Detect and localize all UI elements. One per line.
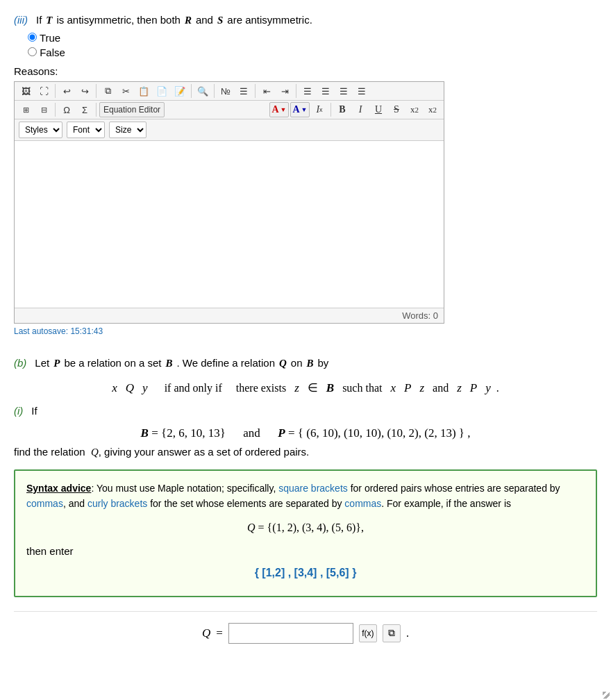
font-color-btn[interactable]: A▼	[269, 102, 289, 117]
fullscreen-btn[interactable]: ⛶	[35, 83, 52, 99]
toolbar-row-2: ⊞ ⊟ Ω Σ Equation Editor A▼ A▼ Ix B I U S…	[15, 101, 444, 119]
comma-sets: ,	[467, 426, 470, 440]
toolbar-row-1: 🖼 ⛶ ↩ ↪ ⧉ ✂ 📋 📄 📝 🔍 № ☰ ⇤ ⇥ ☰ ☰ ☰ ☰	[15, 82, 444, 101]
Q-find: Q	[91, 447, 99, 458]
decrease-indent-btn[interactable]: ⇤	[258, 83, 275, 99]
font-dropdown[interactable]: Font	[67, 122, 105, 138]
T-var: T	[46, 15, 52, 26]
Q-answer-label: Q	[202, 626, 210, 640]
sep6	[296, 84, 296, 98]
part-iii-container: (iii) If T is antisymmetric, then both R…	[14, 14, 597, 336]
styles-dropdown[interactable]: Styles	[19, 122, 62, 138]
justify-btn[interactable]: ☰	[353, 83, 370, 99]
period: .	[406, 627, 409, 640]
true-option[interactable]: True	[28, 32, 597, 44]
answer-row: Q = f(x) ⧉ .	[14, 611, 597, 644]
image-btn[interactable]: 🖼	[17, 83, 34, 99]
align-left-btn[interactable]: ☰	[299, 83, 316, 99]
set-definition-display: B = {2, 6, 10, 13} and P = { (6, 10), (1…	[14, 426, 597, 440]
autosave-text: Last autosave: 15:31:43	[14, 326, 597, 336]
sep1	[55, 84, 56, 98]
and-relation: and	[433, 382, 449, 394]
Q-var-b: Q	[279, 358, 287, 369]
P2-math: P	[470, 381, 477, 394]
equals-example: = {(1, 2), (3, 4), (5, 6)},	[258, 522, 364, 533]
italic-toolbar-btn[interactable]: Ix	[311, 102, 328, 117]
editor-container: 🖼 ⛶ ↩ ↪ ⧉ ✂ 📋 📄 📝 🔍 № ☰ ⇤ ⇥ ☰ ☰ ☰ ☰	[14, 81, 444, 324]
resize-handle[interactable]	[603, 692, 610, 699]
cut-btn[interactable]: ✂	[117, 83, 134, 99]
italic-btn2[interactable]: I	[352, 102, 369, 117]
highlight-btn[interactable]: A▼	[290, 102, 310, 117]
subscript-btn[interactable]: x2	[406, 102, 423, 117]
sep2	[96, 84, 97, 98]
part-b-statement: (b) Let P be a relation on a set B . We …	[14, 357, 597, 369]
formula-editor-btn[interactable]: f(x)	[359, 624, 377, 642]
true-false-group: True False	[28, 32, 597, 58]
find-relation-text: find the relation Q, giving your answer …	[14, 446, 597, 458]
ordered-list-btn[interactable]: №	[217, 83, 234, 99]
true-radio[interactable]	[28, 33, 37, 42]
Q-math: Q	[126, 381, 134, 394]
increase-indent-btn[interactable]: ⇥	[276, 83, 293, 99]
by-text: by	[318, 357, 329, 369]
grid-btn[interactable]: ⊟	[35, 102, 52, 117]
editor-content-area[interactable]	[15, 141, 444, 308]
copy-btn[interactable]: ⧉	[99, 83, 116, 99]
maple-notation-display: { [1,2] , [3,4] , [5,6] }	[26, 564, 585, 582]
P-var-b: P	[53, 358, 60, 369]
underline-btn[interactable]: U	[370, 102, 387, 117]
such-that: such that	[342, 382, 382, 394]
paste3-btn[interactable]: 📝	[171, 83, 188, 99]
strikethrough-btn[interactable]: S	[388, 102, 405, 117]
let-text: Let	[35, 357, 49, 369]
find-text: find the relation	[14, 446, 85, 458]
unordered-list-btn[interactable]: ☰	[235, 83, 252, 99]
syntax-text1: You must use Maple notation; specificall…	[94, 483, 278, 494]
true-label: True	[40, 32, 60, 44]
B-eq-display: B	[141, 426, 149, 440]
editor-footer: Words: 0	[15, 308, 444, 323]
commas1-link[interactable]: commas	[26, 498, 63, 509]
superscript-btn[interactable]: x2	[424, 102, 441, 117]
curly-brackets-link[interactable]: curly brackets	[87, 498, 147, 509]
square-brackets-link[interactable]: square brackets	[278, 483, 348, 494]
false-option[interactable]: False	[28, 47, 597, 58]
and-text: and	[196, 14, 213, 26]
paste-btn[interactable]: 📋	[135, 83, 152, 99]
sigma-btn[interactable]: Σ	[76, 102, 93, 117]
commas2-link[interactable]: commas	[344, 498, 381, 509]
on-text: on	[291, 357, 303, 369]
part-iii-statement: (iii) If T is antisymmetric, then both R…	[14, 14, 597, 26]
part-iii-label: (iii)	[14, 14, 28, 26]
statement-if: If	[36, 14, 42, 26]
table-btn[interactable]: ⊞	[17, 102, 34, 117]
sep5	[255, 84, 256, 98]
equals1: = {2, 6, 10, 13}	[151, 426, 226, 440]
false-radio[interactable]	[28, 47, 37, 56]
Q-example: Q	[247, 522, 256, 533]
z3-math: z	[457, 381, 462, 394]
R-var: R	[185, 15, 192, 26]
copy-answer-btn[interactable]: ⧉	[383, 624, 401, 642]
equation-editor-btn[interactable]: Equation Editor	[99, 102, 165, 117]
be-a-relation: be a relation on a set	[64, 357, 161, 369]
bold-btn[interactable]: B	[334, 102, 351, 117]
S-var: S	[217, 15, 223, 26]
omega-btn[interactable]: Ω	[58, 102, 75, 117]
undo-btn[interactable]: ↩	[58, 83, 75, 99]
statement-antisym: is antisymmetric, then both	[57, 14, 181, 26]
P-math: P	[404, 381, 411, 394]
align-right-btn[interactable]: ☰	[335, 83, 352, 99]
paste2-btn[interactable]: 📄	[153, 83, 170, 99]
part-i-container: (i) If B = {2, 6, 10, 13} and P = { (6, …	[14, 405, 597, 644]
find-btn[interactable]: 🔍	[194, 83, 211, 99]
formula-icon: f(x)	[362, 628, 374, 638]
align-center-btn[interactable]: ☰	[317, 83, 334, 99]
syntax-advice-box: Syntax advice: You must use Maple notati…	[14, 469, 597, 597]
false-label: False	[40, 47, 65, 58]
redo-btn[interactable]: ↪	[76, 83, 93, 99]
answer-input[interactable]	[228, 623, 353, 644]
syntax-label: Syntax advice	[26, 483, 91, 494]
size-dropdown[interactable]: Size	[109, 122, 147, 138]
